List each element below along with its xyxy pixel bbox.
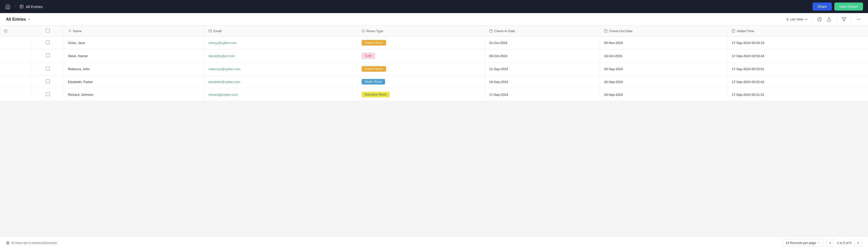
row-checkbox[interactable]	[46, 92, 50, 96]
chevron-right-icon	[857, 241, 860, 245]
row-checkbox-cell[interactable]	[32, 76, 64, 88]
home-button[interactable]	[5, 4, 10, 9]
share-button[interactable]: Share	[812, 2, 832, 10]
expand-column-header	[0, 26, 32, 36]
checkout-cell: 20-Sep-2024	[600, 88, 727, 101]
row-checkbox-cell[interactable]	[32, 63, 64, 76]
checkout-cell: 30-Sep-2024	[600, 63, 727, 76]
name-cell: Victor, Jane	[64, 36, 204, 49]
room-type-badge: Executive Room	[362, 92, 390, 97]
room-type-cell: Studio Room	[358, 76, 485, 88]
calendar-icon-checkin	[489, 29, 493, 33]
email-link[interactable]: steve@zylker.com	[209, 54, 235, 58]
svg-rect-22	[490, 30, 493, 32]
name-cell: Elizabeth, Parker	[64, 76, 204, 88]
email-cell[interactable]: elizabeth@zylker.com	[204, 76, 358, 88]
checkin-cell: 21-Sep-2024	[485, 63, 600, 76]
checkout-cell: 18-Oct-2024	[600, 49, 727, 63]
room-type-badge: Suite	[362, 53, 375, 59]
svg-rect-18	[209, 30, 212, 32]
row-checkbox-cell[interactable]	[32, 88, 64, 101]
checkin-cell: 31-Oct-2024	[485, 36, 600, 49]
email-cell[interactable]: victory@zylker.com	[204, 36, 358, 49]
more-options-icon	[857, 17, 861, 22]
row-checkbox[interactable]	[46, 54, 50, 57]
top-navigation: / All Entries Share New Report	[0, 0, 868, 13]
share-icon	[827, 17, 831, 22]
table-row: Elizabeth, Parker elizabeth@zylker.com S…	[0, 76, 868, 88]
view-chevron-icon	[804, 18, 808, 21]
divider-1	[812, 17, 812, 22]
svg-point-13	[859, 19, 859, 20]
table-row: Steve, Karner steve@zylker.com Suite 09-…	[0, 49, 868, 63]
svg-point-12	[857, 19, 858, 20]
email-link[interactable]: rebeccac@zylker.com	[209, 67, 240, 71]
email-cell[interactable]: rebeccac@zylker.com	[204, 63, 358, 76]
checkin-cell: 19-Sep-2024	[485, 76, 600, 88]
email-cell[interactable]: richardj@zylker.com	[204, 88, 358, 101]
table-row: Rebecca, John rebeccac@zylker.com Double…	[0, 63, 868, 76]
row-checkbox[interactable]	[46, 80, 50, 83]
email-link[interactable]: richardj@zylker.com	[209, 93, 238, 96]
table-row: Victor, Jane victory@zylker.com Double R…	[0, 36, 868, 49]
row-checkbox[interactable]	[46, 40, 50, 44]
name-cell: Rebecca, John	[64, 63, 204, 76]
footer: All times are in America/Edmonton 10 Rec…	[0, 237, 868, 249]
name-column-header: Name	[64, 26, 204, 36]
view-selector[interactable]: List View	[785, 17, 808, 21]
pagination-info: 1 to 5 of 5	[835, 241, 854, 245]
row-checkbox-cell[interactable]	[32, 49, 64, 63]
email-column-header: Email	[204, 26, 358, 36]
records-per-page-selector[interactable]: 10 Records per page	[783, 239, 823, 247]
email-cell[interactable]: steve@zylker.com	[204, 49, 358, 63]
row-checkbox-cell[interactable]	[32, 36, 64, 49]
checkin-cell: 09-Oct-2024	[485, 49, 600, 63]
checkbox-column-header[interactable]	[32, 26, 64, 36]
table-header-row: Name Email	[0, 26, 868, 36]
subheader-title[interactable]: All Entries	[6, 17, 31, 22]
calendar-icon-added	[732, 29, 735, 33]
svg-point-17	[69, 30, 70, 31]
filter-button[interactable]	[841, 16, 847, 23]
main-content: All Entries List View	[0, 13, 868, 249]
room-type-badge: Double Room	[362, 66, 386, 72]
room-type-column-header: Room Type	[358, 26, 485, 36]
subheader-right-actions: List View	[785, 16, 862, 23]
prev-page-button[interactable]	[826, 239, 834, 247]
room-type-cell: Double Room	[358, 36, 485, 49]
added-time-cell: 17-Sep-2024 00:52:42	[727, 76, 868, 88]
select-all-checkbox[interactable]	[46, 29, 50, 32]
svg-rect-15	[4, 30, 7, 32]
more-options-button[interactable]	[856, 16, 862, 23]
divider-2	[836, 17, 837, 22]
new-report-button[interactable]: New Report	[834, 2, 863, 10]
email-link[interactable]: elizabeth@zylker.com	[209, 80, 240, 84]
chevron-down-icon	[27, 18, 31, 21]
nav-separator: /	[14, 4, 16, 9]
filter-icon	[842, 17, 846, 22]
room-type-cell: Suite	[358, 49, 485, 63]
added-time-column-header: Added Time	[727, 26, 868, 36]
clock-button[interactable]	[816, 16, 823, 23]
share-icon-button[interactable]	[826, 16, 832, 23]
subheader: All Entries List View	[0, 13, 868, 26]
person-icon	[68, 29, 71, 33]
added-time-cell: 17-Sep-2024 00:53:01	[727, 63, 868, 76]
checkout-column-header: Check-Out Date	[600, 26, 727, 36]
nav-title: All Entries	[20, 4, 43, 9]
email-link[interactable]: victory@zylker.com	[209, 41, 237, 45]
divider-3	[851, 17, 851, 22]
expand-cell	[0, 76, 32, 88]
clock-icon	[817, 17, 822, 22]
table-wrapper: Name Email	[0, 26, 868, 237]
checkout-cell: 26-Sep-2024	[600, 76, 727, 88]
checkout-cell: 05-Nov-2024	[600, 36, 727, 49]
name-cell: Richard, Johnson	[64, 88, 204, 101]
name-cell: Steve, Karner	[64, 49, 204, 63]
email-icon	[209, 29, 212, 33]
svg-rect-30	[732, 30, 735, 32]
next-page-button[interactable]	[855, 239, 862, 247]
table-row: Richard, Johnson richardj@zylker.com Exe…	[0, 88, 868, 101]
added-time-cell: 17-Sep-2024 00:54:19	[727, 36, 868, 49]
row-checkbox[interactable]	[46, 67, 50, 71]
